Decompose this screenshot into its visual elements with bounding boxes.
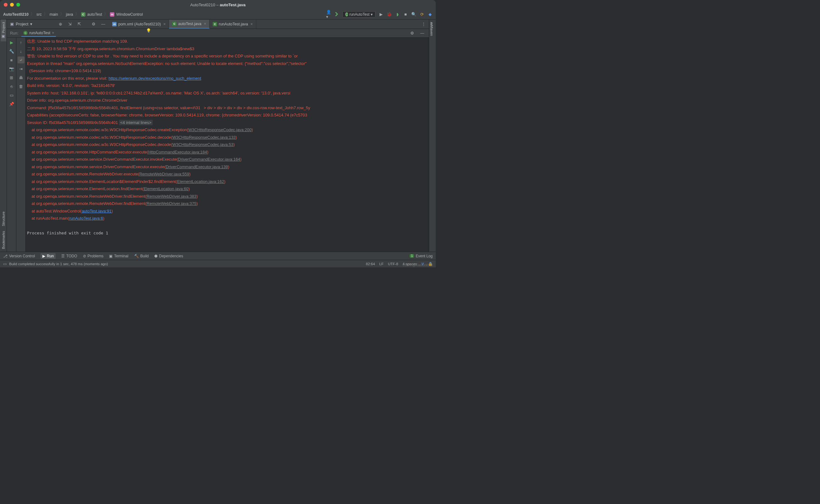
sync-icon[interactable]: ⟳ xyxy=(419,12,424,17)
stack-trace-link[interactable]: ElementLocation.java:162 xyxy=(177,179,224,184)
project-tool-tab[interactable]: ▣Project xyxy=(1,19,6,41)
breadcrumb-item[interactable]: main xyxy=(50,12,58,17)
warning-icon: ⊘ xyxy=(83,254,86,258)
todo-tab[interactable]: ☰TODO xyxy=(61,254,77,258)
stack-trace-link[interactable]: autoTest.java:91 xyxy=(82,209,111,213)
stop-button[interactable]: ■ xyxy=(8,56,15,63)
class-icon: C xyxy=(345,12,348,17)
trash-icon[interactable]: 🗑 xyxy=(18,83,24,90)
maximize-window-button[interactable] xyxy=(16,3,20,7)
close-icon[interactable]: × xyxy=(163,22,165,26)
stack-trace-link[interactable]: DriverCommandExecutor.java:164 xyxy=(178,157,240,162)
folded-lines[interactable]: <4 internal lines> xyxy=(119,120,153,125)
scroll-end-icon[interactable]: ⇥ xyxy=(18,65,24,72)
close-window-button[interactable] xyxy=(4,3,8,7)
stack-trace-link[interactable]: RemoteWebDriver.java:559 xyxy=(139,172,189,176)
run-config-selector[interactable]: C runAutoTest ▾ xyxy=(343,11,375,18)
debug-button[interactable]: 🐞 xyxy=(387,12,392,17)
breadcrumb-item[interactable]: autoTest xyxy=(87,12,102,17)
locate-icon[interactable]: ⊕ xyxy=(57,21,64,28)
user-icon[interactable]: 👤▾ xyxy=(326,12,331,17)
dock-icon[interactable]: ▭ xyxy=(8,92,15,99)
run-config-tab[interactable]: C runAutoTest × xyxy=(21,30,56,37)
soft-wrap-icon[interactable]: ⤶ xyxy=(18,56,24,63)
stop-button[interactable]: ■ xyxy=(403,12,408,17)
editor-header: ▣ Project ▾ ⊕ ⇲ ⇱ ⚙ — m pom.xml (AutoTes… xyxy=(7,19,429,29)
coverage-button[interactable]: ◗ xyxy=(395,12,400,17)
breadcrumb-item[interactable]: WindowControl xyxy=(116,12,143,17)
print-icon[interactable]: 🖶 xyxy=(18,74,24,81)
method-icon: m xyxy=(110,12,114,17)
version-control-tab[interactable]: ⎇Version Control xyxy=(3,254,35,258)
hide-icon[interactable]: — xyxy=(100,21,106,28)
stack-trace-link[interactable]: W3CHttpResponseCodec.java:200 xyxy=(188,127,252,132)
down-arrow-icon[interactable]: ↓ xyxy=(18,48,24,55)
intention-bulb-icon[interactable]: 💡 xyxy=(146,28,151,33)
gear-icon[interactable]: ⚙ xyxy=(409,30,416,37)
right-tool-tabs: mMaven xyxy=(429,19,436,252)
maven-file-icon: m xyxy=(112,22,116,26)
hide-icon[interactable]: — xyxy=(419,30,426,37)
problems-tab[interactable]: ⊘Problems xyxy=(83,254,104,258)
build-tab[interactable]: 🔨Build xyxy=(134,254,149,258)
build-icon[interactable] xyxy=(334,12,339,17)
close-icon[interactable]: × xyxy=(251,22,253,26)
breadcrumb[interactable]: AutoTest0210〉 src〉 main〉 java〉 CautoTest… xyxy=(3,12,143,17)
editor-tab-runautotest[interactable]: C runAutoTest.java× xyxy=(210,20,256,29)
line-separator[interactable]: LF xyxy=(379,262,383,266)
console-icon[interactable]: ▭ xyxy=(3,262,7,266)
run-tab[interactable]: ▶Run xyxy=(40,253,56,259)
doc-link[interactable]: https://selenium.dev/exceptions/#no_such… xyxy=(108,76,201,81)
bottom-tool-tabs: ⎇Version Control ▶Run ☰TODO ⊘Problems ▣T… xyxy=(0,252,436,260)
stack-trace-link[interactable]: W3CHttpResponseCodec.java:53 xyxy=(172,142,233,147)
wrench-icon[interactable]: 🔧 xyxy=(8,48,15,55)
bookmarks-tool-tab[interactable]: Bookmarks xyxy=(1,228,6,252)
breadcrumb-item[interactable]: src xyxy=(36,12,42,17)
console-output[interactable]: 信息: Unable to find CDP implementation ma… xyxy=(26,38,429,252)
editor-tab-autotest[interactable]: C autoTest.java× xyxy=(169,20,210,29)
dependencies-tab[interactable]: ⬢Dependencies xyxy=(154,254,183,258)
layout-icon[interactable]: ⊞ xyxy=(8,74,15,81)
file-encoding[interactable]: UTF-8 xyxy=(388,262,398,266)
run-button[interactable]: ▶ xyxy=(379,12,384,17)
minimize-window-button[interactable] xyxy=(10,3,14,7)
left-tool-tabs: ▣Project Structure Bookmarks xyxy=(0,19,7,252)
ide-icon[interactable]: ◆ xyxy=(428,12,433,17)
project-header[interactable]: ▣ Project ▾ xyxy=(7,19,35,29)
stack-trace-link[interactable]: W3CHttpResponseCodec.java:133 xyxy=(172,135,236,140)
window-title: AutoTest0210 – autoTest.java xyxy=(190,3,246,7)
rerun-button[interactable]: ▶ xyxy=(8,39,15,46)
structure-tool-tab[interactable]: Structure xyxy=(1,209,6,229)
collapse-icon[interactable]: ⇱ xyxy=(76,21,83,28)
event-log-tab[interactable]: 1Event Log xyxy=(410,254,433,258)
close-icon[interactable]: × xyxy=(204,22,206,26)
pin-icon[interactable]: 📌 xyxy=(8,100,15,107)
terminal-tab[interactable]: ▣Terminal xyxy=(109,254,128,258)
camera-icon[interactable]: 📷 xyxy=(8,65,15,72)
status-message: Build completed successfully in 1 sec, 4… xyxy=(9,262,108,266)
up-arrow-icon[interactable]: ↑ xyxy=(18,39,24,46)
stack-trace-link[interactable]: RemoteWebDriver.java:383 xyxy=(147,194,197,199)
breadcrumb-root[interactable]: AutoTest0210 xyxy=(3,12,29,17)
cursor-position[interactable]: 82:64 xyxy=(366,262,375,266)
maven-tool-tab[interactable]: mMaven xyxy=(429,19,434,39)
close-icon[interactable]: × xyxy=(52,31,54,35)
editor-tabs: m pom.xml (AutoTest0210)× C autoTest.jav… xyxy=(109,19,420,29)
exit-icon[interactable]: ⎋ xyxy=(8,83,15,90)
watermark: CSDN @Xiaolock830 xyxy=(402,263,433,267)
stack-trace-link[interactable]: DriverCommandExecutor.java:139 xyxy=(165,164,228,169)
expand-icon[interactable]: ⇲ xyxy=(66,21,73,28)
stack-trace-link[interactable]: ElementLocation.java:60 xyxy=(143,186,188,191)
stack-trace-link[interactable]: runAutoTest.java:6 xyxy=(69,216,103,221)
stack-trace-link[interactable]: HttpCommandExecutor.java:184 xyxy=(148,150,207,154)
run-toolbar-secondary: ↑ ↓ ⤶ ⇥ 🖶 🗑 xyxy=(16,38,26,252)
editor-tab-pom[interactable]: m pom.xml (AutoTest0210)× xyxy=(109,20,169,29)
list-icon: ☰ xyxy=(61,254,65,258)
stack-trace-link[interactable]: RemoteWebDriver.java:375 xyxy=(147,201,197,206)
chevron-down-icon: ▾ xyxy=(371,12,373,17)
breadcrumb-item[interactable]: java xyxy=(66,12,73,17)
package-icon: ⬢ xyxy=(154,254,157,258)
search-icon[interactable]: 🔍 xyxy=(411,12,416,17)
more-icon[interactable]: ⋮ xyxy=(420,21,427,28)
gear-icon[interactable]: ⚙ xyxy=(90,21,97,28)
